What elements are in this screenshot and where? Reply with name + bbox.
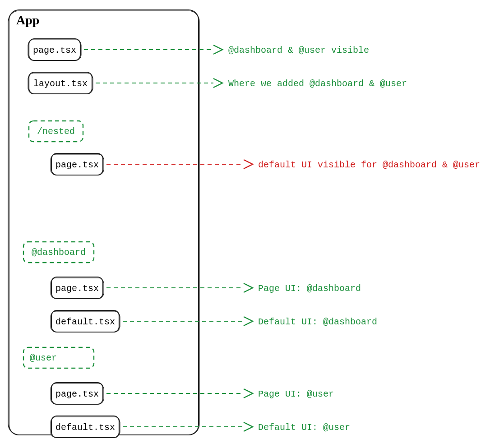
arrow-dash-page <box>106 283 253 292</box>
folder-nested-label: /nested <box>37 126 75 137</box>
arrow-head-icon <box>244 160 253 169</box>
file-node-dash-page: page.tsx <box>51 277 104 299</box>
file-node-page-label: page.tsx <box>33 45 76 55</box>
arrow-layout <box>96 79 222 88</box>
annotation-user-default: Default UI: @user <box>258 422 350 433</box>
annotation-dash-page: Page UI: @dashboard <box>258 283 361 294</box>
arrow-head-icon <box>213 45 222 54</box>
app-title: App <box>16 13 39 27</box>
file-node-dash-default: default.tsx <box>51 310 120 332</box>
folder-node-nested: /nested <box>29 121 83 142</box>
arrow-nested-page <box>106 160 253 169</box>
arrow-dash-default <box>123 317 253 326</box>
file-node-nested-page: page.tsx <box>51 153 104 175</box>
file-user-page-label: page.tsx <box>55 389 99 399</box>
folder-node-user: @user <box>23 347 94 368</box>
file-node-layout-label: layout.tsx <box>33 79 88 89</box>
folder-user-label: @user <box>30 353 57 363</box>
arrow-head-icon <box>244 389 253 398</box>
folder-node-dashboard: @dashboard <box>23 242 94 263</box>
file-node-user-page: page.tsx <box>51 383 104 404</box>
annotation-page: @dashboard & @user visible <box>228 45 369 55</box>
arrow-page <box>84 45 222 54</box>
file-dash-default-label: default.tsx <box>55 317 115 327</box>
annotation-user-page: Page UI: @user <box>258 389 334 399</box>
file-user-default-label: default.tsx <box>55 422 115 433</box>
annotation-dash-default: Default UI: @dashboard <box>258 317 377 327</box>
arrow-head-icon <box>244 283 253 292</box>
annotation-nested-page: default UI visible for @dashboard & @use… <box>258 160 480 170</box>
file-node-page: page.tsx <box>28 39 81 60</box>
file-dash-page-label: page.tsx <box>55 283 99 294</box>
arrow-user-default <box>123 422 253 431</box>
folder-dashboard-label: @dashboard <box>32 247 86 258</box>
arrow-head-icon <box>244 422 253 431</box>
arrow-user-page <box>106 389 253 398</box>
arrow-head-icon <box>213 79 222 88</box>
file-node-user-default: default.tsx <box>51 416 120 438</box>
diagram-canvas: App page.tsx @dashboard & @user visible … <box>0 0 490 448</box>
file-nested-page-label: page.tsx <box>55 160 99 170</box>
annotation-layout: Where we added @dashboard & @user <box>228 79 407 89</box>
file-node-layout: layout.tsx <box>28 72 93 94</box>
arrow-head-icon <box>244 317 253 326</box>
